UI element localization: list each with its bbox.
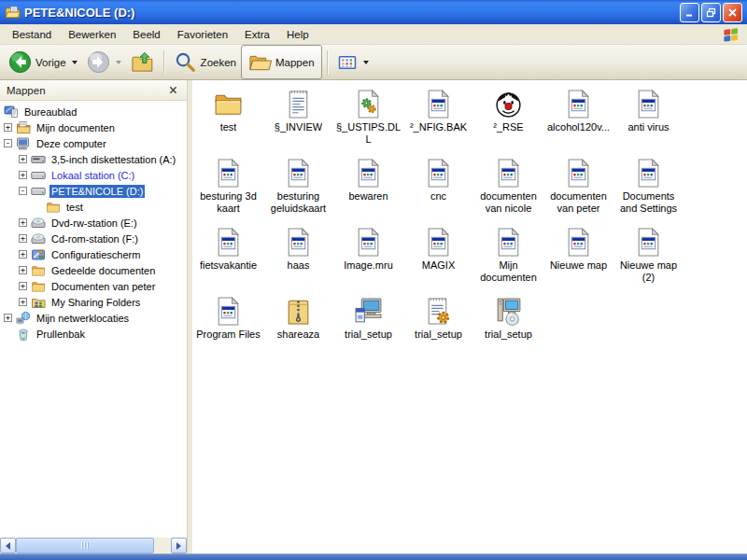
file-item[interactable]: besturing 3d kaart	[193, 158, 263, 227]
file-item[interactable]: documenten van nicole	[473, 158, 543, 227]
tree-item[interactable]: - PETE&NICOLE (D:)	[0, 183, 187, 199]
file-item[interactable]: trial_setup	[333, 296, 403, 365]
file-item[interactable]: §_INVIEW	[263, 89, 333, 158]
tree-item[interactable]: Bureaublad	[0, 104, 187, 119]
appdoc-icon	[633, 158, 664, 189]
scrollbar-track[interactable]	[16, 538, 171, 553]
up-button[interactable]	[126, 48, 159, 77]
menu-item[interactable]: Favorieten	[169, 26, 236, 43]
file-item[interactable]: ²_RSE	[473, 89, 543, 158]
file-item[interactable]: cnc	[403, 158, 473, 227]
file-list-pane[interactable]: test §_INVIEW §_USTIPS.DLL ²_NFIG.BAK ²_…	[192, 80, 747, 553]
menu-item[interactable]: Help	[278, 26, 317, 43]
expand-toggle[interactable]: +	[19, 298, 27, 306]
expand-toggle[interactable]: +	[4, 123, 12, 132]
file-item[interactable]: trial_setup	[403, 296, 473, 365]
folders-pane: Mappen Bureaublad + Mijn documenten - De…	[0, 80, 188, 553]
folders-button[interactable]: Mappen	[241, 45, 322, 79]
notepad-icon	[283, 89, 314, 119]
expand-toggle[interactable]: -	[4, 139, 12, 147]
expand-toggle[interactable]: +	[19, 171, 27, 179]
appdoc-icon	[633, 227, 664, 258]
back-dropdown-icon[interactable]	[72, 61, 78, 64]
tree-item[interactable]: - Deze computer	[0, 135, 187, 151]
horizontal-scrollbar[interactable]	[0, 538, 187, 553]
expand-toggle[interactable]: +	[4, 314, 12, 322]
forward-button[interactable]	[82, 48, 126, 77]
appdoc-icon	[283, 158, 314, 189]
tree-item[interactable]: + Dvd-rw-station (E:)	[0, 215, 187, 231]
tree-item[interactable]: + Configuratiescherm	[0, 246, 187, 262]
expand-toggle[interactable]: +	[19, 250, 27, 259]
restore-button[interactable]	[701, 3, 721, 22]
file-item[interactable]: documenten van peter	[543, 158, 613, 227]
file-item[interactable]: shareaza	[263, 296, 333, 365]
folder-icon	[46, 200, 61, 215]
tree-item[interactable]: + Documenten van peter	[0, 278, 187, 294]
file-item[interactable]: MAGIX	[403, 227, 473, 296]
cd-icon	[31, 216, 46, 231]
file-item[interactable]: Program Files	[193, 296, 263, 365]
scroll-right-button[interactable]	[171, 538, 187, 553]
file-item[interactable]: Documents and Settings	[613, 158, 684, 227]
file-item[interactable]: Image.mru	[333, 227, 403, 296]
file-item[interactable]: bewaren	[333, 158, 403, 227]
expand-toggle[interactable]: -	[19, 187, 27, 195]
back-button[interactable]: Vorige	[4, 48, 82, 77]
menu-item[interactable]: Beeld	[124, 26, 168, 43]
tree-item[interactable]: + Cd-rom-station (F:)	[0, 231, 187, 246]
file-item[interactable]: trial_setup	[473, 296, 543, 365]
expand-toggle[interactable]: +	[19, 282, 27, 290]
toolbar-separator	[163, 50, 164, 75]
expand-toggle[interactable]: +	[19, 218, 27, 227]
tree-item[interactable]: + My Sharing Folders	[0, 294, 187, 310]
file-item[interactable]: Nieuwe map	[543, 227, 613, 296]
views-button[interactable]	[332, 49, 374, 76]
tree-item[interactable]: + 3,5-inch diskettestation (A:)	[0, 151, 187, 167]
file-item[interactable]: besturing geluidskaart	[263, 158, 333, 227]
grip-icon	[81, 542, 90, 549]
file-item[interactable]: §_USTIPS.DLL	[333, 89, 403, 158]
file-item[interactable]: test	[193, 89, 263, 158]
tree-item[interactable]: Prullenbak	[0, 326, 187, 342]
close-button[interactable]	[723, 3, 742, 22]
tree-item[interactable]: test	[0, 199, 187, 215]
menu-item[interactable]: Bewerken	[60, 26, 124, 43]
file-item[interactable]: Mijn documenten	[473, 227, 543, 296]
folder-icon	[213, 89, 244, 119]
window-title: PETE&NICOLE (D:)	[24, 6, 680, 20]
search-button[interactable]: Zoeken	[169, 48, 241, 77]
tree-item[interactable]: + Lokaal station (C:)	[0, 167, 187, 183]
file-item[interactable]: alcohol120v...	[543, 89, 613, 158]
chevron-right-icon	[176, 542, 181, 550]
tree-item[interactable]: + Gedeelde documenten	[0, 262, 187, 278]
folder-up-icon	[131, 50, 154, 74]
network-icon	[16, 311, 31, 326]
installercd-icon	[493, 296, 524, 327]
file-item[interactable]: fietsvakantie	[193, 227, 263, 296]
scrollbar-thumb[interactable]	[16, 538, 154, 553]
file-item[interactable]: Nieuwe map (2)	[613, 227, 684, 296]
expand-toggle[interactable]: +	[19, 266, 27, 274]
menu-item[interactable]: Extra	[236, 26, 278, 43]
appdoc-icon	[493, 227, 524, 258]
menu-item[interactable]: Bestand	[4, 26, 60, 43]
tree-item[interactable]: + Mijn netwerklocaties	[0, 310, 187, 326]
scroll-left-button[interactable]	[0, 538, 16, 553]
close-pane-button[interactable]	[166, 83, 180, 97]
folders-pane-header: Mappen	[0, 80, 187, 101]
file-item[interactable]: ²_NFIG.BAK	[403, 89, 473, 158]
file-item[interactable]: haas	[263, 227, 333, 296]
title-bar[interactable]: PETE&NICOLE (D:)	[0, 0, 747, 24]
forward-dropdown-icon[interactable]	[116, 61, 121, 64]
computer-icon	[16, 136, 31, 151]
expand-toggle[interactable]: +	[19, 155, 27, 163]
file-grid: test §_INVIEW §_USTIPS.DLL ²_NFIG.BAK ²_…	[193, 89, 747, 365]
expand-toggle[interactable]: +	[19, 234, 27, 243]
tree-item[interactable]: + Mijn documenten	[0, 119, 187, 135]
folder-window-icon	[5, 5, 21, 21]
views-dropdown-icon[interactable]	[363, 61, 369, 64]
file-item[interactable]: anti virus	[613, 89, 684, 158]
controlpanel-icon	[31, 247, 46, 262]
minimize-button[interactable]	[680, 3, 699, 22]
